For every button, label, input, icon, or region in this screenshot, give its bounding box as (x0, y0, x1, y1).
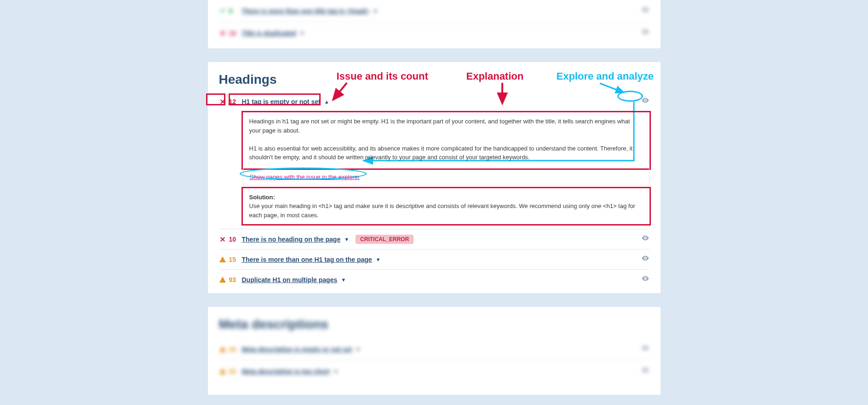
chevron-down-icon: ▼ (356, 347, 361, 352)
eye-icon (641, 6, 650, 14)
chevron-down-icon: ▼ (341, 277, 346, 283)
check-icon (219, 7, 226, 15)
warning-icon (219, 346, 226, 353)
issue-link[interactable]: There is no heading on the page (242, 236, 341, 243)
headings-card: Issue and its count Explanation Explore … (208, 62, 661, 293)
solution-text: Use your main heading in <h1> tag and ma… (249, 202, 635, 219)
issue-count: 14 (229, 29, 236, 37)
eye-icon (641, 234, 650, 242)
chevron-down-icon: ▼ (344, 237, 349, 242)
explanation-text: H1 is also essential for web accessibili… (249, 144, 643, 162)
eye-icon (641, 28, 650, 36)
issue-link[interactable]: Title is duplicated (242, 29, 296, 37)
issue-link[interactable]: Duplicate H1 on multiple pages (242, 276, 338, 284)
x-icon (219, 29, 226, 37)
warning-icon (219, 368, 226, 375)
issue-link[interactable]: Meta description is empty or not set (242, 346, 352, 353)
solution-label: Solution: (249, 194, 275, 201)
explore-button[interactable] (641, 254, 650, 265)
eye-icon (641, 254, 650, 262)
x-icon (219, 236, 226, 243)
warning-icon (219, 276, 226, 284)
eye-icon (641, 96, 650, 104)
eye-icon (641, 366, 650, 374)
explore-button[interactable] (641, 96, 650, 107)
explore-button[interactable] (641, 344, 650, 354)
issue-link[interactable]: There is more than one H1 tag on the pag… (242, 256, 372, 263)
show-link-row: Show pages with the issue in the explore… (243, 168, 650, 185)
severity-badge: CRITICAL_ERROR (356, 235, 414, 244)
eye-icon (641, 274, 650, 283)
explore-button[interactable] (641, 366, 650, 376)
issue-count: 10 (229, 236, 236, 243)
issue-row-blurred: 24 Meta description is empty or not set … (219, 338, 650, 360)
chevron-down-icon: ▼ (300, 30, 305, 36)
issue-count: 93 (229, 276, 236, 284)
x-icon (219, 98, 226, 105)
explore-button[interactable] (641, 234, 650, 244)
meta-card: Meta descriptions 24 Meta description is… (208, 307, 661, 395)
titles-card: 8 There is more than one title tag in <h… (208, 0, 661, 48)
issue-count: 24 (229, 346, 236, 353)
chevron-down-icon: ▼ (333, 369, 339, 374)
issue-row: 93 Duplicate H1 on multiple pages ▼ (219, 269, 650, 289)
explanation-text: Headings in h1 tag are not set or might … (249, 117, 643, 135)
issue-detail: Headings in h1 tag are not set or might … (243, 112, 650, 224)
eye-icon (641, 344, 650, 352)
section-title: Meta descriptions (219, 317, 650, 332)
issue-row-blurred: 14 Title is duplicated ▼ (219, 22, 650, 44)
issue-count: 15 (229, 256, 236, 263)
issue-row-blurred: 8 There is more than one title tag in <h… (219, 0, 650, 22)
chevron-down-icon: ▼ (373, 8, 378, 14)
issue-row: 15 There is more than one H1 tag on the … (219, 249, 650, 269)
chevron-up-icon: ▲ (324, 99, 329, 104)
issue-count: 12 (229, 98, 236, 105)
explore-button[interactable] (641, 28, 650, 38)
issue-count: 8 (229, 7, 233, 15)
show-pages-link[interactable]: Show pages with the issue in the explore… (250, 174, 360, 180)
issue-row-expanded: 12 H1 tag is empty or not set ▲ (219, 93, 650, 111)
explanation-box: Headings in h1 tag are not set or might … (243, 112, 650, 168)
section-title: Headings (219, 72, 650, 87)
issue-link[interactable]: There is more than one title tag in <hea… (242, 7, 369, 15)
issue-row: 10 There is no heading on the page ▼ CRI… (219, 229, 650, 249)
issue-row-blurred: 33 Meta description is too short ▼ (219, 360, 650, 382)
issue-link[interactable]: H1 tag is empty or not set (242, 98, 321, 105)
warning-icon (219, 256, 226, 263)
issue-count: 33 (229, 368, 236, 375)
explore-button[interactable] (641, 6, 650, 16)
issue-link[interactable]: Meta description is too short (242, 368, 330, 375)
explore-button[interactable] (641, 274, 650, 285)
chevron-down-icon: ▼ (376, 257, 381, 262)
solution-box: Solution: Use your main heading in <h1> … (243, 188, 650, 225)
